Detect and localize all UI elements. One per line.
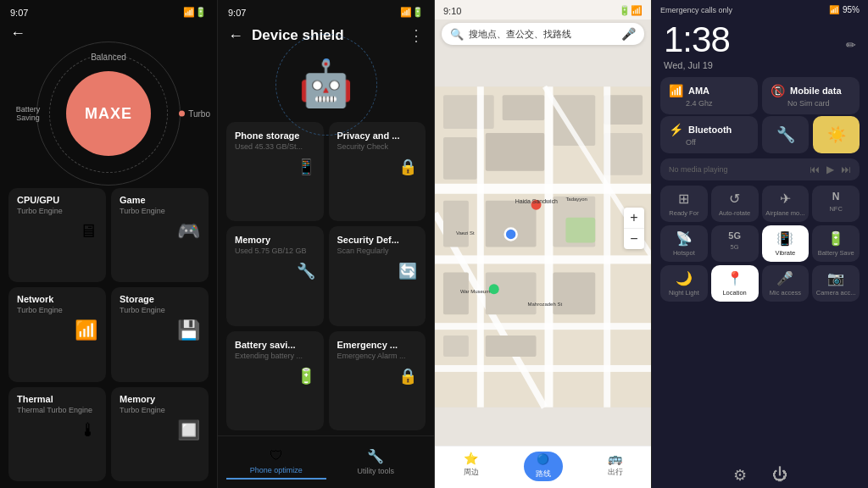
p2-tools-icon: 🔧 (367, 448, 384, 464)
p1-card-memory[interactable]: Memory Turbo Engine 🔲 (111, 387, 209, 481)
p2-card-privacy[interactable]: Privacy and ... Security Check 🔒 (329, 122, 426, 221)
p2-more-button[interactable]: ⋮ (409, 26, 424, 45)
p4-5g-button[interactable]: 5G 5G (711, 225, 759, 262)
p3-search-icon: 🔍 (450, 28, 464, 41)
p2-card-emergency[interactable]: Emergency ... Emergency Alarm ... 🔒 (329, 331, 426, 430)
p3-zoom-controls: + − (624, 208, 644, 249)
p4-bluetooth-icon: ⚡ (669, 123, 683, 136)
p2-utility-tools-tab[interactable]: 🔧 Utility tools (326, 445, 426, 480)
p4-nfc-icon: N (832, 191, 840, 202)
p3-route-icon: 🔵 (537, 453, 549, 465)
p2-security-icon: 🔄 (337, 262, 418, 280)
p3-nav-transit[interactable]: 🚌 出行 (579, 452, 651, 481)
p3-route-button[interactable]: 🔵 路线 (524, 452, 563, 481)
p2-battery-icon: 🔋 (235, 367, 315, 385)
p2-card-battery[interactable]: Battery savi... Extending battery ... 🔋 (226, 331, 324, 430)
p4-brightness-tile[interactable]: ☀️ (813, 116, 860, 153)
p2-robot-icon: 🤖 (298, 58, 353, 110)
svg-rect-2 (503, 95, 545, 120)
svg-rect-3 (443, 137, 477, 180)
p3-zoom-out-button[interactable]: − (624, 229, 644, 249)
p1-dial-area: Balanced Battery Saving Turbo MAXE (0, 46, 217, 181)
p1-icons: 📶🔋 (183, 7, 207, 18)
svg-rect-4 (486, 133, 545, 171)
svg-rect-1 (443, 95, 494, 129)
p4-next-button[interactable]: ⏭ (841, 164, 851, 175)
p4-bluetooth-tile[interactable]: ⚡ Bluetooth Off (660, 116, 758, 153)
p4-camera-icon: 📷 (827, 270, 844, 286)
p4-wifi-tile[interactable]: 📶 AMA 2.4 Ghz (660, 77, 758, 114)
p2-status-icons: 📶🔋 (400, 7, 424, 18)
p3-mic-icon[interactable]: 🎤 (621, 27, 636, 41)
p4-mic-access-button[interactable]: 🎤 Mic access (762, 265, 810, 302)
p3-zoom-in-button[interactable]: + (624, 208, 644, 228)
p4-power-icon[interactable]: ⏻ (772, 466, 787, 485)
svg-text:Haida Sandwich: Haida Sandwich (515, 198, 558, 204)
p1-card-game[interactable]: Game Turbo Engine 🎮 (111, 188, 209, 282)
p1-cpu-icon: 🖥 (17, 220, 97, 242)
p4-quick-settings-grid: ⊞ Ready For ↺ Auto-rotate ✈ Airplane mo.… (652, 182, 868, 305)
p4-night-light-button[interactable]: 🌙 Night Light (660, 265, 708, 302)
panel-maxe: 9:07 📶🔋 ← Balanced Battery Saving Turbo … (0, 0, 217, 488)
p4-tools-tile[interactable]: 🔧 (762, 116, 809, 153)
p4-airplane-button[interactable]: ✈ Airplane mo... (762, 186, 810, 222)
p4-media-bar: No media playing ⏮ ▶ ⏭ (660, 158, 860, 180)
p2-back-button[interactable]: ← (228, 27, 243, 45)
p4-play-button[interactable]: ▶ (826, 164, 834, 175)
p4-nfc-button[interactable]: N NFC (812, 186, 860, 222)
p1-turbo-label: Turbo (179, 109, 210, 119)
p1-brand-name: MAXE (85, 105, 132, 123)
svg-rect-25 (565, 218, 595, 243)
p2-emergency-icon: 🔒 (337, 367, 418, 385)
p4-emergency-label: Emergency calls only (660, 6, 732, 14)
p4-prev-button[interactable]: ⏮ (810, 164, 820, 175)
p3-search-bar[interactable]: 🔍 搜地点、查公交、找路线 🎤 (442, 23, 644, 45)
p1-brand-circle[interactable]: MAXE (66, 71, 151, 156)
p3-status-bar: 9:10 🔋📶 (435, 0, 651, 19)
p4-location-button[interactable]: 📍 Location (711, 265, 759, 302)
svg-rect-13 (544, 86, 553, 408)
svg-rect-12 (477, 86, 484, 408)
p2-shield-area: 🤖 (218, 50, 434, 122)
p3-nav-route[interactable]: 🔵 路线 (507, 452, 579, 481)
p2-card-memory[interactable]: Memory Used 5.75 GB/12 GB 🔧 (226, 226, 324, 325)
svg-rect-9 (435, 255, 651, 263)
p3-transit-icon: 🚌 (608, 452, 622, 465)
p4-camera-button[interactable]: 📷 Camera acc... (812, 265, 860, 302)
p4-hotspot-button[interactable]: 📡 Hotspot (660, 225, 708, 262)
p4-airplane-icon: ✈ (780, 191, 791, 207)
p4-autorotate-button[interactable]: ↺ Auto-rotate (711, 186, 759, 222)
p1-status-bar: 9:07 📶🔋 (0, 0, 217, 21)
p4-moon-icon: 🌙 (676, 270, 693, 286)
panel-map: 9:10 🔋📶 🔍 搜地点、查公交、找路线 🎤 (434, 0, 651, 488)
p4-vibrate-button[interactable]: 📳 Vibrate (762, 225, 810, 262)
p1-network-icon: 📶 (17, 319, 97, 341)
p4-sun-icon: ☀️ (827, 125, 846, 144)
p1-card-cpu[interactable]: CPU/GPU Turbo Engine 🖥 (8, 188, 106, 282)
p4-wifi-icon: 📶 (829, 5, 839, 14)
p3-status-icons: 🔋📶 (619, 5, 643, 16)
p2-card-security[interactable]: Security Def... Scan Regularly 🔄 (329, 226, 426, 325)
p4-ready-for-button[interactable]: ⊞ Ready For (660, 186, 708, 222)
p4-mobile-data-tile[interactable]: 📵 Mobile data No Sim card (762, 77, 860, 114)
panel-control-center: Emergency calls only 📶 95% 1:38 Wed, Jul… (651, 0, 868, 488)
svg-rect-23 (443, 336, 469, 357)
p4-status-bar: Emergency calls only 📶 95% (652, 0, 868, 16)
p2-card-storage[interactable]: Phone storage Used 45.33 GB/St... 📱 (226, 122, 324, 221)
p4-5g-icon: 5G (728, 230, 741, 241)
p4-edit-icon[interactable]: ✏ (846, 38, 856, 52)
p3-map-area[interactable]: Haida Sandwich War Museum Tadayyon Mahro… (435, 48, 651, 446)
p4-settings-icon[interactable]: ⚙ (733, 466, 747, 485)
p1-card-thermal[interactable]: Thermal Thermal Turbo Engine 🌡 (8, 387, 106, 481)
p1-time: 9:07 (10, 8, 28, 18)
p4-mobile-icon: 📵 (771, 84, 785, 97)
p1-card-storage[interactable]: Storage Turbo Engine 💾 (111, 287, 209, 381)
p4-clock: 1:38 (664, 19, 730, 60)
p1-thermal-icon: 🌡 (17, 419, 97, 441)
p4-battery-save-button[interactable]: 🔋 Battery Save (812, 225, 860, 262)
p4-time-row: 1:38 Wed, Jul 19 ✏ (652, 16, 868, 74)
p3-nav-nearby[interactable]: ⭐ 周边 (435, 452, 507, 481)
p1-card-network[interactable]: Network Turbo Engine 📶 (8, 287, 106, 381)
p4-wifi-icon: 📶 (669, 84, 683, 97)
p2-phone-optimize-tab[interactable]: 🛡 Phone optimize (226, 445, 326, 480)
